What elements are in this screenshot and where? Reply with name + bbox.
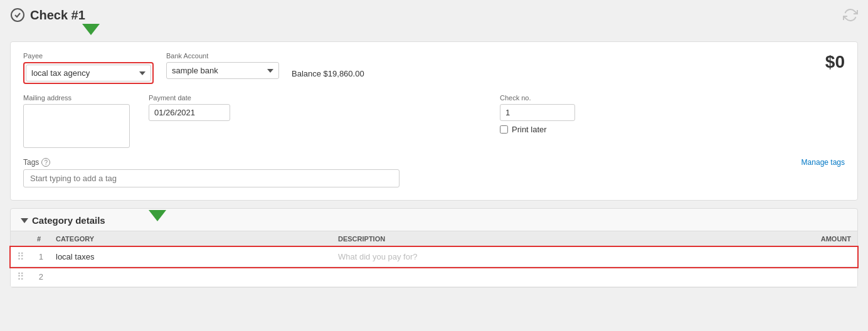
bank-account-select[interactable]: sample bank	[166, 62, 279, 79]
bank-chevron-icon	[267, 69, 273, 73]
description-placeholder: What did you pay for?	[338, 252, 417, 261]
check-no-field-group: Check no. Print later	[500, 94, 575, 134]
table-header-row: # CATEGORY DESCRIPTION AMOUNT	[11, 231, 857, 247]
bank-account-field-group: Bank Account sample bank	[166, 52, 279, 79]
page-header: Check #1	[10, 8, 858, 23]
tags-label-group: Tags ?	[23, 158, 50, 167]
payee-wrapper: local tax agency	[23, 62, 154, 84]
tags-input[interactable]	[23, 169, 400, 187]
row-amount[interactable]	[782, 247, 857, 267]
arrow-payee	[82, 24, 100, 37]
drag-handle[interactable]: ⠿	[11, 267, 31, 287]
payee-value: local tax agency	[31, 68, 90, 78]
th-drag	[11, 231, 31, 247]
category-section-header: Category details	[11, 209, 857, 231]
mailing-address-field-group: Mailing address	[23, 94, 130, 148]
th-num: #	[31, 231, 50, 247]
mailing-address-input[interactable]	[23, 104, 130, 148]
collapse-icon[interactable]	[21, 218, 28, 223]
tags-label-text: Tags	[23, 158, 39, 167]
check-no-input[interactable]	[500, 104, 575, 121]
drag-icon: ⠿	[17, 251, 24, 262]
drag-handle[interactable]: ⠿	[11, 247, 31, 267]
payee-bank-row: Payee local tax agency Bank Account samp…	[23, 52, 845, 84]
table-row: ⠿ 1 local taxes What did you pay for?	[11, 247, 857, 267]
row-description[interactable]: What did you pay for?	[332, 247, 782, 267]
tags-label-row: Tags ? Manage tags	[23, 158, 845, 167]
payment-date-label: Payment date	[149, 94, 230, 102]
row-num: 1	[31, 247, 50, 267]
page-title: Check #1	[30, 8, 85, 23]
table-row: ⠿ 2	[11, 267, 857, 287]
arrow-category	[149, 210, 166, 223]
tags-help-icon[interactable]: ?	[41, 158, 50, 167]
print-later-row: Print later	[500, 125, 575, 134]
amount-display: $0	[825, 52, 845, 72]
th-amount: AMOUNT	[782, 231, 857, 247]
th-description: DESCRIPTION	[332, 231, 782, 247]
row-amount[interactable]	[782, 267, 857, 287]
payee-chevron-icon	[139, 71, 146, 75]
category-table: # CATEGORY DESCRIPTION AMOUNT ⠿ 1 local …	[11, 231, 857, 287]
row-category[interactable]	[50, 267, 332, 287]
page-container: Check #1 $0 Payee local tax agency Bank	[0, 0, 868, 331]
check-icon	[10, 8, 25, 23]
form-section: $0 Payee local tax agency Bank Account s…	[10, 41, 858, 201]
payee-field-group: Payee local tax agency	[23, 52, 154, 84]
print-later-label: Print later	[512, 125, 547, 134]
payment-date-input[interactable]	[149, 104, 230, 121]
bank-account-label: Bank Account	[166, 52, 279, 60]
category-section-title: Category details	[32, 215, 105, 226]
balance-display: Balance $19,860.00	[292, 58, 364, 78]
print-later-checkbox[interactable]	[500, 125, 508, 134]
bank-account-value: sample bank	[172, 66, 218, 75]
th-category: CATEGORY	[50, 231, 332, 247]
payee-label: Payee	[23, 52, 154, 60]
manage-tags-link[interactable]: Manage tags	[802, 158, 845, 167]
row-category[interactable]: local taxes	[50, 247, 332, 267]
row-description[interactable]	[332, 267, 782, 287]
payee-select[interactable]: local tax agency	[26, 65, 151, 81]
payment-date-field-group: Payment date	[149, 94, 230, 121]
drag-icon: ⠿	[17, 271, 24, 282]
mailing-address-label: Mailing address	[23, 94, 130, 102]
address-date-row: Mailing address Payment date Check no. P…	[23, 94, 845, 148]
row-num: 2	[31, 267, 50, 287]
svg-point-0	[11, 9, 24, 21]
corner-refresh-icon[interactable]	[843, 8, 858, 23]
category-section: Category details # CATEGORY DESCRIPTION …	[10, 208, 858, 288]
tags-section: Tags ? Manage tags	[23, 158, 845, 187]
check-no-label: Check no.	[500, 94, 575, 102]
